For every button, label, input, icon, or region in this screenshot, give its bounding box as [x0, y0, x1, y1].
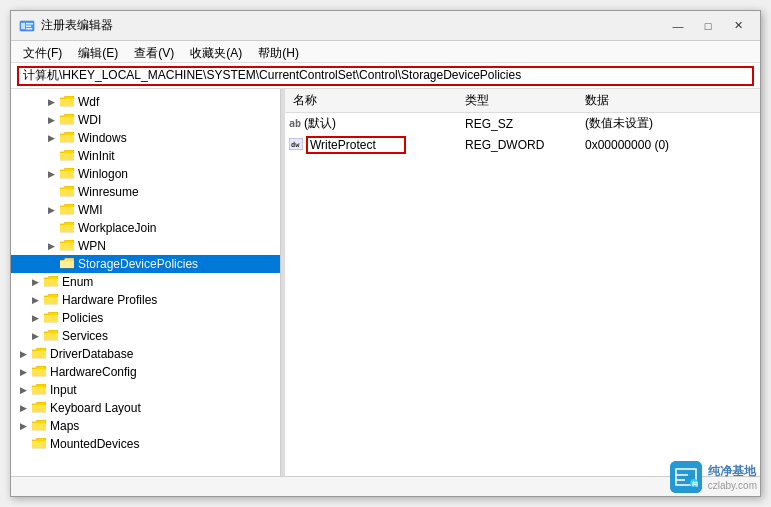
reg-label-default: (默认)	[304, 115, 336, 132]
tree-label-wdf: Wdf	[78, 95, 99, 109]
window-title: 注册表编辑器	[41, 17, 113, 34]
tree-item-wpn[interactable]: WPN	[11, 237, 280, 255]
tree-label-services: Services	[62, 329, 108, 343]
registry-editor-window: 注册表编辑器 — □ ✕ 文件(F) 编辑(E) 查看(V) 收藏夹(A) 帮助…	[10, 10, 761, 497]
tree-panel: Wdf WDI Windows	[11, 89, 281, 476]
svg-text:纯: 纯	[690, 480, 698, 487]
tree-label-winresume: Winresume	[78, 185, 139, 199]
minimize-button[interactable]: —	[664, 15, 692, 37]
tree-label-hardwareprofiles: Hardware Profiles	[62, 293, 157, 307]
tree-item-hardwareconfig[interactable]: HardwareConfig	[11, 363, 280, 381]
folder-icon-hardwareprofiles	[43, 292, 59, 308]
tree-item-storagedevicepolicies[interactable]: StorageDevicePolicies	[11, 255, 280, 273]
maximize-button[interactable]: □	[694, 15, 722, 37]
reg-name-writeprotect: dw	[285, 136, 465, 154]
expand-driverdatabase[interactable]	[15, 346, 31, 362]
expand-enum[interactable]	[27, 274, 43, 290]
tree-item-policies[interactable]: Policies	[11, 309, 280, 327]
menu-help[interactable]: 帮助(H)	[250, 43, 307, 60]
tree-label-windows: Windows	[78, 131, 127, 145]
address-input[interactable]	[17, 66, 754, 86]
expand-hardwareconfig[interactable]	[15, 364, 31, 380]
tree-label-wininit: WinInit	[78, 149, 115, 163]
folder-icon-mounteddevices	[31, 436, 47, 452]
reg-row-writeprotect[interactable]: dw REG_DWORD 0x00000000 (0)	[285, 134, 760, 156]
tree-item-hardwareprofiles[interactable]: Hardware Profiles	[11, 291, 280, 309]
status-bar	[11, 476, 760, 496]
tree-item-wdi[interactable]: WDI	[11, 111, 280, 129]
folder-icon-storagedevicepolicies	[59, 256, 75, 272]
reg-row-default[interactable]: ab (默认) REG_SZ (数值未设置)	[285, 113, 760, 134]
tree-item-wdf[interactable]: Wdf	[11, 93, 280, 111]
menu-edit[interactable]: 编辑(E)	[70, 43, 126, 60]
tree-item-maps[interactable]: Maps	[11, 417, 280, 435]
tree-label-wdi: WDI	[78, 113, 101, 127]
folder-icon-wmi	[59, 202, 75, 218]
registry-entries: ab (默认) REG_SZ (数值未设置) dw	[285, 113, 760, 476]
menu-bar: 文件(F) 编辑(E) 查看(V) 收藏夹(A) 帮助(H)	[11, 41, 760, 63]
tree-item-keyboardlayout[interactable]: Keyboard Layout	[11, 399, 280, 417]
menu-view[interactable]: 查看(V)	[126, 43, 182, 60]
folder-icon-keyboardlayout	[31, 400, 47, 416]
tree-item-driverdatabase[interactable]: DriverDatabase	[11, 345, 280, 363]
column-headers: 名称 类型 数据	[285, 89, 760, 113]
tree-item-wininit[interactable]: WinInit	[11, 147, 280, 165]
tree-label-wmi: WMI	[78, 203, 103, 217]
address-bar	[11, 63, 760, 89]
expand-wmi[interactable]	[43, 202, 59, 218]
expand-input[interactable]	[15, 382, 31, 398]
col-header-type: 类型	[465, 92, 585, 109]
reg-type-writeprotect: REG_DWORD	[465, 138, 585, 152]
svg-rect-7	[670, 461, 702, 493]
expand-winlogon[interactable]	[43, 166, 59, 182]
menu-favorites[interactable]: 收藏夹(A)	[182, 43, 250, 60]
tree-label-storagedevicepolicies: StorageDevicePolicies	[78, 257, 198, 271]
folder-icon-driverdatabase	[31, 346, 47, 362]
expand-wpn[interactable]	[43, 238, 59, 254]
reg-type-default: REG_SZ	[465, 117, 585, 131]
tree-item-wmi[interactable]: WMI	[11, 201, 280, 219]
menu-file[interactable]: 文件(F)	[15, 43, 70, 60]
tree-item-mounteddevices[interactable]: MountedDevices	[11, 435, 280, 453]
folder-icon-wininit	[59, 148, 75, 164]
svg-rect-3	[26, 25, 31, 27]
expand-hardwareprofiles[interactable]	[27, 292, 43, 308]
expand-services[interactable]	[27, 328, 43, 344]
tree-label-workplacejoin: WorkplaceJoin	[78, 221, 156, 235]
tree-item-windows[interactable]: Windows	[11, 129, 280, 147]
svg-rect-4	[26, 28, 32, 30]
reg-icon-writeprotect: dw	[289, 138, 303, 152]
folder-icon-windows	[59, 130, 75, 146]
tree-label-enum: Enum	[62, 275, 93, 289]
reg-name-input-writeprotect[interactable]	[306, 136, 406, 154]
tree-item-winlogon[interactable]: Winlogon	[11, 165, 280, 183]
reg-name-default: ab (默认)	[285, 115, 465, 132]
folder-icon-input	[31, 382, 47, 398]
reg-data-default: (数值未设置)	[585, 115, 760, 132]
tree-item-input[interactable]: Input	[11, 381, 280, 399]
reg-data-writeprotect: 0x00000000 (0)	[585, 138, 760, 152]
tree-label-policies: Policies	[62, 311, 103, 325]
close-button[interactable]: ✕	[724, 15, 752, 37]
expand-wdf[interactable]	[43, 94, 59, 110]
tree-label-wpn: WPN	[78, 239, 106, 253]
expand-wdi[interactable]	[43, 112, 59, 128]
folder-icon-winresume	[59, 184, 75, 200]
tree-item-enum[interactable]: Enum	[11, 273, 280, 291]
tree-label-winlogon: Winlogon	[78, 167, 128, 181]
expand-policies[interactable]	[27, 310, 43, 326]
folder-icon-hardwareconfig	[31, 364, 47, 380]
expand-maps[interactable]	[15, 418, 31, 434]
folder-icon-workplacejoin	[59, 220, 75, 236]
folder-icon-policies	[43, 310, 59, 326]
tree-item-services[interactable]: Services	[11, 327, 280, 345]
tree-label-driverdatabase: DriverDatabase	[50, 347, 133, 361]
expand-keyboardlayout[interactable]	[15, 400, 31, 416]
tree-item-workplacejoin[interactable]: WorkplaceJoin	[11, 219, 280, 237]
svg-rect-2	[26, 23, 33, 25]
folder-icon-wpn	[59, 238, 75, 254]
title-bar: 注册表编辑器 — □ ✕	[11, 11, 760, 41]
reg-icon-default: ab	[289, 118, 301, 129]
expand-windows[interactable]	[43, 130, 59, 146]
tree-item-winresume[interactable]: Winresume	[11, 183, 280, 201]
